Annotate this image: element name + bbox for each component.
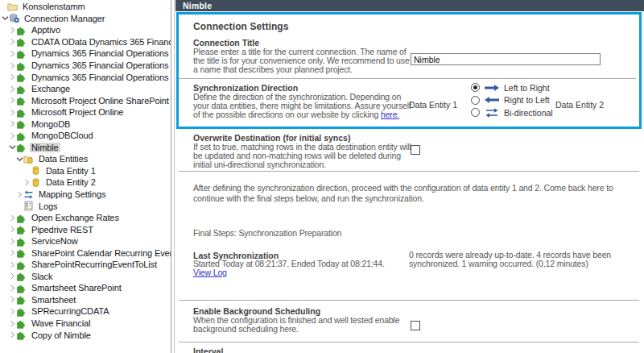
tree-item-microsoft-project-online-sharepoint[interactable]: Microsoft Project Online SharePoint: [0, 94, 171, 106]
tree-item-microsoft-project-online[interactable]: Microsoft Project Online: [0, 106, 171, 118]
sync-option-left-to-right[interactable]: Left to Right: [471, 81, 553, 94]
tree-item-cdata-odata-dynamics-365-financial-op[interactable]: CDATA OData Dynamics 365 Financial Op: [0, 36, 171, 48]
section-separator: [179, 78, 636, 79]
puzzle-icon: [16, 294, 27, 305]
puzzle-icon: [16, 48, 27, 59]
tree-item-label: Data Entities: [37, 154, 89, 164]
tree-item-label: Microsoft Project Online: [30, 107, 125, 117]
panel-header-title: Nimble: [183, 1, 212, 10]
tree-item-copy-of-nimble[interactable]: Copy of Nimble: [0, 329, 171, 341]
tree-item-data-entities[interactable]: Data Entities: [0, 153, 171, 165]
collapse-arrow-icon[interactable]: [9, 330, 16, 339]
collapse-arrow-icon[interactable]: [9, 119, 16, 128]
expand-arrow-icon[interactable]: [16, 155, 23, 164]
tree-item-label: SharePointRecurringEventToList: [30, 260, 159, 269]
collapse-arrow-icon[interactable]: [9, 37, 16, 46]
collapse-arrow-icon[interactable]: [9, 73, 16, 81]
tree-item-label: Logs: [37, 201, 59, 211]
tree-item-konsolenstamm[interactable]: Konsolenstamm: [0, 1, 171, 13]
connection-title-description: Please enter a title for the current con…: [193, 48, 414, 75]
collapse-arrow-icon[interactable]: [9, 214, 16, 222]
tree-item-wave-financial[interactable]: Wave Financial: [0, 318, 171, 330]
tree-item-sharepointrecurringeventtolist[interactable]: SharePointRecurringEventToList: [0, 259, 171, 271]
view-log-link[interactable]: View Log: [193, 268, 227, 277]
tree-item-mongodb[interactable]: MongoDB: [0, 118, 171, 130]
tree-item-sprecurringcdata[interactable]: SPRecurringCDATA: [0, 305, 171, 318]
tree-item-dynamics-365-financial-operations-oaut[interactable]: Dynamics 365 Financial Operations OAut: [0, 60, 171, 72]
tree-item-data-entity-2[interactable]: Data Entity 2: [0, 176, 171, 189]
radio-selected[interactable]: [471, 83, 480, 92]
sync-option-right-to-left[interactable]: Right to Left: [471, 94, 553, 107]
tree-item-connection-manager[interactable]: Connection Manager: [0, 13, 171, 25]
tree-item-label: Dynamics 365 Financial Operations: [30, 73, 170, 82]
radio-unselected[interactable]: [471, 108, 480, 117]
collapse-arrow-icon[interactable]: [9, 237, 16, 246]
tree-item-label: Data Entity 1: [44, 166, 97, 176]
tree-item-dynamics-365-financial-operations-oaut[interactable]: Dynamics 365 Financial Operations OAut: [0, 48, 171, 60]
collapse-arrow-icon[interactable]: [9, 295, 16, 304]
panel-divider[interactable]: [171, 0, 171, 353]
collapse-arrow-icon[interactable]: [9, 131, 16, 140]
collapse-arrow-icon[interactable]: [9, 61, 16, 70]
data-entity-2-label: Data Entity 2: [555, 100, 604, 110]
puzzle-icon: [16, 142, 27, 152]
sync-option-bi-directional[interactable]: Bi-directional: [471, 106, 553, 119]
sync-option-label: Right to Left: [504, 95, 550, 105]
tree-item-nimble[interactable]: Nimble: [0, 142, 171, 154]
tree-item-slack[interactable]: Slack: [0, 271, 171, 283]
expand-arrow-icon[interactable]: [2, 14, 9, 23]
tree-item-pipedrive-rest[interactable]: Pipedrive REST: [0, 223, 171, 235]
tree-item-sharepoint-calendar-recurring-events[interactable]: SharePoint Calendar Recurring Events: [0, 247, 171, 259]
tree-item-exchange[interactable]: Exchange: [0, 83, 171, 95]
tree-item-apptivo[interactable]: Apptivo: [0, 24, 171, 36]
overwrite-checkbox[interactable]: [411, 145, 420, 155]
radio-unselected[interactable]: [471, 96, 480, 105]
collapse-arrow-icon[interactable]: [16, 190, 23, 199]
collapse-arrow-icon[interactable]: [9, 225, 16, 234]
collapse-arrow-icon[interactable]: [9, 85, 16, 93]
collapse-arrow-icon[interactable]: [9, 272, 16, 280]
tree-item-label: Exchange: [30, 84, 72, 93]
tree-item-label: Dynamics 365 Financial Operations OAut: [30, 60, 171, 70]
collapse-arrow-icon[interactable]: [9, 108, 16, 117]
tree-item-open-exchange-rates[interactable]: Open Exchange Rates: [0, 212, 171, 224]
tree-item-servicenow[interactable]: ServiceNow: [0, 235, 171, 247]
collapse-arrow-icon[interactable]: [9, 49, 16, 58]
puzzle-icon: [16, 25, 27, 35]
tree-item-label: MongoDBCloud: [30, 131, 94, 140]
tree-item-mapping-settings[interactable]: Mapping Settings: [0, 189, 171, 201]
collapse-arrow-icon[interactable]: [9, 96, 16, 105]
scheduling-checkbox[interactable]: [411, 321, 420, 330]
tree-item-smartsheet[interactable]: Smartsheet: [0, 294, 171, 306]
puzzle-icon: [16, 271, 27, 281]
puzzle-icon: [16, 213, 27, 223]
puzzle-icon: [16, 84, 27, 94]
final-steps-label: Final Steps: Synchronization Preparation: [193, 229, 515, 238]
collapse-arrow-icon[interactable]: [9, 284, 16, 293]
tree-item-smartsheet-sharepoint[interactable]: Smartsheet SharePoint: [0, 282, 171, 294]
folder-icon: [7, 2, 18, 12]
tree-item-dynamics-365-financial-operations[interactable]: Dynamics 365 Financial Operations: [0, 71, 171, 83]
collapse-arrow-icon[interactable]: [23, 178, 31, 187]
sync-direction-description: Define the direction of the synchronizat…: [193, 93, 414, 120]
expand-arrow-icon[interactable]: [9, 143, 16, 152]
tree-item-label: Connection Manager: [23, 14, 106, 23]
here-link[interactable]: here.: [381, 110, 399, 119]
data-entity-icon: [31, 165, 41, 176]
collapse-arrow-icon[interactable]: [9, 260, 16, 269]
connection-manager-icon: [9, 13, 19, 23]
connection-title-input[interactable]: [411, 53, 601, 65]
tree-item-mongodbcloud[interactable]: MongoDBCloud: [0, 130, 171, 142]
collapse-arrow-icon[interactable]: [9, 248, 16, 257]
arrow-spacer: [16, 201, 23, 210]
tree-item-label: Microsoft Project Online SharePoint: [30, 96, 171, 106]
tree-item-logs[interactable]: Logs: [0, 200, 171, 212]
tree-item-label: SPRecurringCDATA: [30, 306, 110, 316]
collapse-arrow-icon[interactable]: [9, 307, 16, 316]
collapse-arrow-icon[interactable]: [9, 319, 16, 328]
console-tree-panel: KonsolenstammConnection ManagerApptivoCD…: [0, 0, 171, 353]
collapse-arrow-icon[interactable]: [9, 26, 16, 35]
puzzle-icon: [16, 131, 27, 141]
section-separator: [179, 300, 639, 301]
tree-item-data-entity-1[interactable]: Data Entity 1: [0, 165, 171, 177]
